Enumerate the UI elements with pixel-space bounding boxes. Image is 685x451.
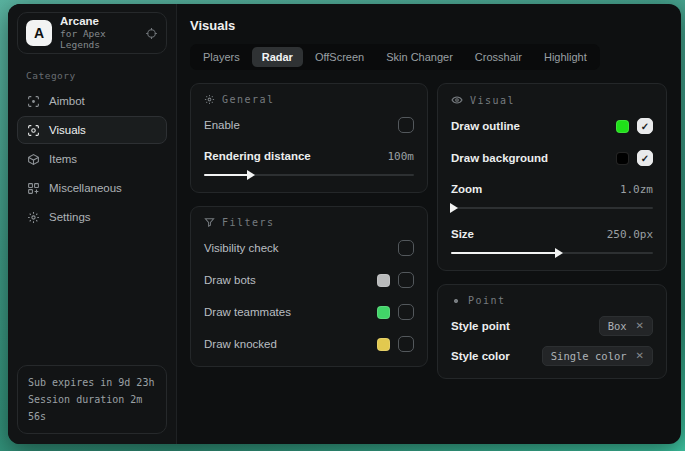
panel-title: Visual: [470, 95, 515, 106]
tab-skin-changer[interactable]: Skin Changer: [376, 47, 463, 67]
app-window: A Arcane for Apex Legends Category Aimbo…: [8, 4, 681, 444]
panel-point: Point Style point Box ✕ Style color Sing…: [437, 284, 667, 379]
zoom-slider[interactable]: [451, 203, 653, 213]
tab-highlight[interactable]: Highlight: [534, 47, 597, 67]
funnel-icon: [204, 217, 215, 228]
setting-row-draw-teammates: Draw teammates ✓: [204, 302, 414, 322]
draw-teammates-checkbox[interactable]: ✓: [398, 304, 414, 320]
slider-fill: [451, 252, 556, 254]
panel-visual: Visual Draw outline ✓ Draw background ✓ …: [437, 83, 667, 271]
setting-row-style-color: Style color Single color ✕: [451, 346, 653, 366]
panel-filters: Filters Visibility check ✓ Draw bots ✓ D…: [190, 206, 428, 367]
sidebar-item-aimbot[interactable]: Aimbot: [17, 87, 167, 115]
draw-background-checkbox[interactable]: ✓: [637, 150, 653, 166]
close-icon[interactable]: ✕: [636, 351, 644, 361]
session-info-card: Sub expires in 9d 23h Session duration 2…: [17, 365, 167, 434]
slider-fill: [204, 174, 248, 176]
session-duration-text: Session duration 2m 56s: [28, 391, 156, 425]
target-icon[interactable]: [145, 27, 158, 40]
panel-general: General Enable ✓ Rendering distance 100m: [190, 83, 428, 193]
app-logo: A: [26, 20, 52, 46]
gear-icon: [27, 211, 40, 224]
category-label: Category: [26, 70, 167, 81]
app-subtitle: for Apex Legends: [60, 29, 137, 51]
sidebar-item-visuals[interactable]: Visuals: [17, 116, 167, 144]
eye-scan-icon: [27, 124, 40, 137]
content-grid: General Enable ✓ Rendering distance 100m: [190, 83, 667, 379]
sidebar-item-label: Settings: [49, 211, 91, 223]
main-area: Visuals Players Radar OffScreen Skin Cha…: [177, 4, 681, 444]
setting-row-style-point: Style point Box ✕: [451, 316, 653, 336]
setting-row-rendering-distance: Rendering distance 100m: [204, 146, 414, 166]
draw-background-color-swatch[interactable]: [616, 152, 629, 165]
close-icon[interactable]: ✕: [636, 321, 644, 331]
dot-icon: [451, 296, 461, 306]
rendering-distance-value: 100m: [388, 150, 415, 163]
enable-checkbox[interactable]: ✓: [398, 117, 414, 133]
setting-row-enable: Enable ✓: [204, 115, 414, 135]
gear-icon: [204, 94, 215, 105]
size-slider[interactable]: [451, 248, 653, 258]
style-color-tag[interactable]: Single color ✕: [542, 346, 653, 366]
sidebar-item-label: Miscellaneous: [49, 182, 122, 194]
panel-title: Point: [468, 295, 506, 306]
sidebar-item-settings[interactable]: Settings: [17, 203, 167, 231]
brand-card: A Arcane for Apex Legends: [17, 12, 167, 54]
sidebar-nav: Aimbot Visuals Items: [17, 87, 167, 231]
draw-knocked-color-swatch[interactable]: [377, 338, 390, 351]
setting-row-draw-knocked: Draw knocked ✓: [204, 334, 414, 354]
style-point-tag[interactable]: Box ✕: [599, 316, 653, 336]
panel-title: Filters: [222, 217, 275, 228]
tab-radar[interactable]: Radar: [252, 47, 303, 67]
sidebar-item-label: Items: [49, 153, 77, 165]
tab-crosshair[interactable]: Crosshair: [465, 47, 532, 67]
draw-knocked-checkbox[interactable]: ✓: [398, 336, 414, 352]
sidebar-item-items[interactable]: Items: [17, 145, 167, 173]
draw-teammates-color-swatch[interactable]: [377, 306, 390, 319]
setting-row-draw-background: Draw background ✓: [451, 148, 653, 168]
sidebar-item-label: Aimbot: [49, 95, 85, 107]
panel-title: General: [222, 94, 275, 105]
draw-bots-checkbox[interactable]: ✓: [398, 272, 414, 288]
size-value: 250.0px: [607, 228, 653, 241]
sidebar-item-miscellaneous[interactable]: Miscellaneous: [17, 174, 167, 202]
zoom-value: 1.0zm: [620, 183, 653, 196]
sidebar: A Arcane for Apex Legends Category Aimbo…: [8, 4, 177, 444]
draw-bots-color-swatch[interactable]: [377, 274, 390, 287]
setting-row-size: Size 250.0px: [451, 224, 653, 244]
visibility-check-checkbox[interactable]: ✓: [398, 240, 414, 256]
setting-row-visibility-check: Visibility check ✓: [204, 238, 414, 258]
crosshair-scan-icon: [27, 95, 40, 108]
tab-offscreen[interactable]: OffScreen: [305, 47, 374, 67]
tab-players[interactable]: Players: [193, 47, 250, 67]
app-name: Arcane: [60, 15, 137, 28]
tab-bar: Players Radar OffScreen Skin Changer Cro…: [190, 44, 600, 70]
grid-icon: [27, 182, 40, 195]
setting-row-draw-bots: Draw bots ✓: [204, 270, 414, 290]
sub-expiry-text: Sub expires in 9d 23h: [28, 374, 156, 391]
setting-row-zoom: Zoom 1.0zm: [451, 179, 653, 199]
eye-icon: [451, 94, 463, 106]
page-title: Visuals: [190, 18, 667, 33]
rendering-distance-slider[interactable]: [204, 170, 414, 180]
sidebar-item-label: Visuals: [49, 124, 86, 136]
cube-icon: [27, 153, 40, 166]
draw-outline-color-swatch[interactable]: [616, 120, 629, 133]
setting-row-draw-outline: Draw outline ✓: [451, 116, 653, 136]
draw-outline-checkbox[interactable]: ✓: [637, 118, 653, 134]
